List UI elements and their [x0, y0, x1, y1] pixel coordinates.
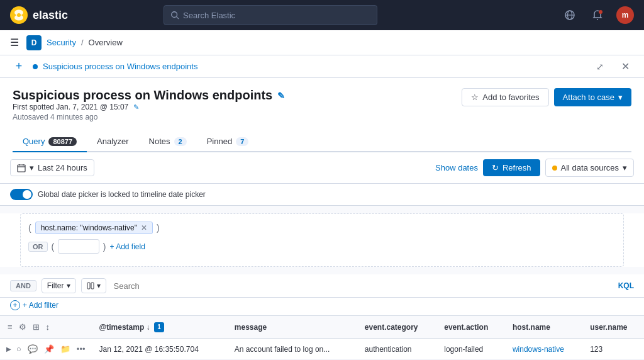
host-name-link[interactable]: windows-native — [513, 345, 564, 354]
svg-rect-15 — [87, 283, 90, 289]
sort-down-icon: ↓ — [147, 322, 150, 331]
data-source-dot — [552, 166, 557, 171]
attach-to-case-button[interactable]: Attach to case ▾ — [554, 88, 631, 106]
star-icon: ☆ — [471, 93, 479, 102]
cell-event-action: logon-failed — [438, 339, 506, 360]
add-field-button[interactable]: + Add field — [109, 242, 145, 251]
add-filter-link[interactable]: + Add filter — [23, 301, 58, 310]
col-header-timestamp: @timestamp ↓ 1 — [93, 316, 228, 339]
breadcrumb-separator: / — [81, 38, 84, 47]
sort-badge: 1 — [154, 322, 164, 332]
filter-row-1: ( host.name: "windows-native" ✕ ) — [28, 222, 616, 234]
svg-line-5 — [177, 17, 179, 20]
filter-bar: AND Filter ▾ ▾ KQL — [0, 274, 644, 298]
add-filter-circle-icon: + — [10, 300, 20, 310]
edit-title-icon[interactable]: ✎ — [277, 91, 285, 101]
timeline-toolbar: ▾ Last 24 hours Show dates ↻ Refresh All… — [0, 152, 644, 184]
close-icon-btn[interactable]: ✕ — [616, 58, 634, 76]
all-data-sources-button[interactable]: All data sources ▾ — [545, 159, 635, 177]
svg-rect-11 — [18, 165, 25, 172]
alert-bar-title: Suspicious process on Windows endpoints — [43, 62, 586, 71]
row-controls: ▶ ○ 💬 📌 📁 ••• — [0, 339, 93, 360]
tab-analyzer[interactable]: Analyzer — [87, 132, 139, 152]
edit-date-icon[interactable]: ✎ — [133, 103, 139, 111]
expand-row-icon[interactable]: ▶ — [6, 346, 11, 352]
logo-text: elastic — [33, 9, 68, 22]
globe-icon-btn[interactable] — [561, 6, 579, 24]
notes-tab-badge: 2 — [174, 137, 187, 146]
tab-notes[interactable]: Notes 2 — [139, 132, 197, 152]
sort-icon-btn[interactable]: ↕ — [45, 321, 52, 333]
filter-tag-host[interactable]: host.name: "windows-native" ✕ — [35, 222, 153, 234]
filter-row-2: OR ( ) + Add field — [28, 239, 616, 254]
filter-dropdown-button[interactable]: Filter ▾ — [42, 278, 76, 293]
date-lock-toggle[interactable] — [10, 189, 33, 200]
show-dates-link[interactable]: Show dates — [435, 163, 478, 172]
alert-bar-actions: ⤢ ✕ — [591, 58, 634, 76]
chevron-down-icon: ▾ — [623, 163, 627, 172]
add-filter-row: + + Add filter — [0, 298, 644, 315]
svg-point-3 — [17, 13, 21, 17]
refresh-button[interactable]: ↻ Refresh — [483, 159, 540, 176]
list-view-icon-btn[interactable]: ≡ — [6, 321, 14, 333]
open-paren-2: ( — [52, 242, 55, 252]
query-tab-badge: 80877 — [48, 137, 77, 146]
date-lock-row: Global date picker is locked to timeline… — [0, 184, 644, 206]
svg-point-4 — [172, 12, 177, 18]
col-header-host-name: host.name — [506, 316, 584, 339]
notifications-btn[interactable] — [589, 6, 606, 24]
add-to-favorites-button[interactable]: ☆ Add to favorites — [462, 88, 548, 106]
search-bar[interactable]: Search Elastic — [164, 5, 377, 25]
first-spotted-text: First spotted Jan. 7, 2021 @ 15:07 ✎ — [13, 103, 285, 111]
close-paren: ) — [157, 223, 160, 233]
cell-host-name: windows-native — [506, 339, 584, 360]
logo[interactable]: elastic — [10, 6, 68, 24]
search-icon — [170, 11, 179, 20]
chevron-down-icon: ▾ — [618, 93, 623, 102]
row-folder-btn[interactable]: 📁 — [59, 343, 72, 355]
table-header-row: ≡ ⚙ ⊞ ↕ @timestamp ↓ 1 message event.cat… — [0, 316, 644, 339]
tab-query[interactable]: Query 80877 — [13, 132, 87, 152]
nav-icons: m — [561, 6, 634, 24]
cell-timestamp: Jan 12, 2021 @ 16:35:50.704 — [93, 339, 228, 360]
date-picker-button[interactable]: ▾ Last 24 hours — [10, 159, 94, 176]
columns-button[interactable]: ▾ — [81, 278, 106, 293]
breadcrumb-bar: ☰ D Security / Overview — [0, 30, 644, 55]
settings-icon-btn[interactable]: ⚙ — [18, 321, 28, 333]
page-title: Suspicious process on Windows endpoints … — [13, 88, 285, 103]
cell-event-category: authentication — [358, 339, 438, 360]
kql-badge[interactable]: KQL — [618, 281, 634, 290]
search-input[interactable] — [111, 279, 613, 293]
row-pin-btn[interactable]: ○ — [15, 343, 23, 355]
and-badge: AND — [10, 280, 36, 291]
tabs: Query 80877 Analyzer Notes 2 Pinned 7 — [13, 132, 631, 152]
or-badge: OR — [28, 242, 48, 252]
add-timeline-btn[interactable]: + — [10, 58, 28, 76]
calendar-icon — [17, 164, 26, 172]
elastic-logo-icon — [10, 6, 28, 24]
breadcrumb-current: Overview — [89, 38, 123, 47]
row-more-btn[interactable]: ••• — [75, 343, 87, 355]
menu-button[interactable]: ☰ — [8, 34, 21, 51]
user-avatar-btn[interactable]: m — [616, 6, 634, 24]
row-note-btn[interactable]: 💬 — [26, 343, 39, 355]
filter-tag-close[interactable]: ✕ — [141, 223, 147, 232]
results-table-wrapper: ≡ ⚙ ⊞ ↕ @timestamp ↓ 1 message event.cat… — [0, 315, 644, 360]
open-paren: ( — [28, 223, 31, 233]
tab-pinned[interactable]: Pinned 7 — [197, 132, 259, 152]
security-breadcrumb[interactable]: Security — [47, 38, 76, 47]
space-avatar: D — [26, 35, 42, 50]
alert-dot — [33, 64, 38, 69]
query-filter-area: ( host.name: "windows-native" ✕ ) OR ( )… — [20, 213, 624, 267]
col-header-event-action: event.action — [438, 316, 506, 339]
table-row: ▶ ○ 💬 📌 📁 ••• Jan 12, 2021 @ 16:35:50.70… — [0, 339, 644, 360]
columns-icon — [87, 282, 94, 290]
date-lock-message: Global date picker is locked to timeline… — [38, 190, 206, 199]
cell-message: An account failed to log on... — [228, 339, 358, 360]
columns-icon-btn[interactable]: ⊞ — [31, 321, 41, 333]
chevron-down-icon: ▾ — [67, 281, 70, 290]
date-range-label: Last 24 hours — [38, 163, 87, 172]
row-pin2-btn[interactable]: 📌 — [43, 343, 55, 355]
chevron-down-icon: ▾ — [30, 163, 34, 172]
popout-icon-btn[interactable]: ⤢ — [591, 58, 609, 76]
